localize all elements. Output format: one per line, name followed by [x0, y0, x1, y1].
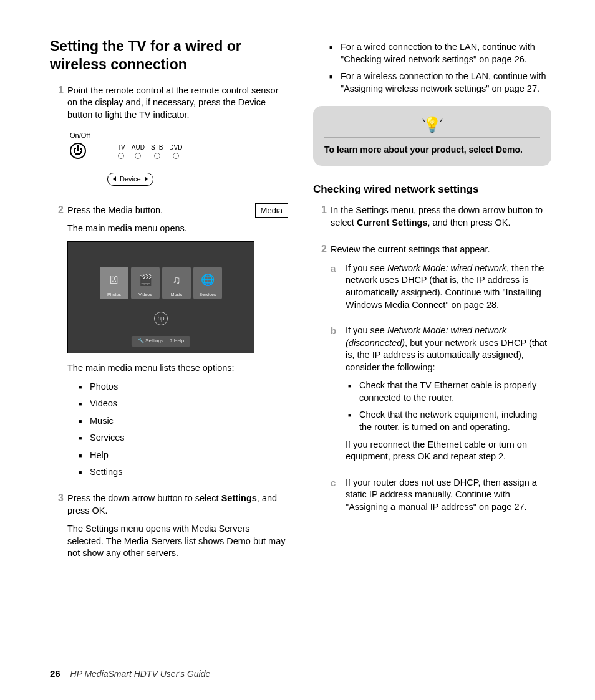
tile-label: Videos — [138, 292, 152, 297]
globe-icon: 🌐 — [201, 272, 215, 287]
c1-post: , and then press OK. — [428, 218, 511, 228]
media-option: Services — [79, 432, 288, 444]
media-options-list: Photos Videos Music Services Help Settin… — [79, 381, 288, 479]
tile-photos: 🖻Photos — [100, 267, 128, 299]
media-option: Settings — [79, 466, 288, 479]
chevron-right-icon — [145, 176, 148, 181]
right-column: For a wired connection to the LAN, conti… — [313, 37, 551, 642]
step3-bold: Settings — [221, 493, 257, 503]
step-3-a: Press the down arrow button to select Se… — [67, 492, 288, 517]
media-button-illustration: Media — [255, 203, 288, 218]
check-step-2: Review the current settings that appear. — [331, 244, 551, 256]
step-2-b: The main media menu opens. — [67, 223, 288, 235]
tile-label: Music — [171, 292, 182, 297]
src-aud: AUD — [132, 143, 145, 152]
chevron-left-icon — [113, 176, 116, 181]
alpha-a: a — [331, 262, 342, 317]
sub-bullet-1: Check that the TV Ethernet cable is prop… — [348, 380, 551, 404]
media-option: Music — [79, 415, 288, 428]
page-title: Setting the TV for a wired or wireless c… — [50, 37, 288, 74]
page-footer: 26 HP MediaSmart HDTV User's Guide — [50, 668, 210, 679]
src-stb: STB — [151, 143, 163, 152]
remote-onoff-label: On/Off — [70, 131, 288, 140]
src-dot — [118, 153, 124, 159]
tile-label: Photos — [107, 292, 121, 297]
tip-text: To learn more about your product, select… — [324, 144, 540, 156]
tile-music: ♫Music — [162, 267, 191, 299]
tv-help-label: ? Help — [170, 338, 184, 345]
src-dot — [154, 153, 160, 159]
alpha-b-text: If you see Network Mode: wired network (… — [346, 325, 551, 373]
section-heading: Checking wired network settings — [313, 183, 551, 196]
src-dvd: DVD — [169, 143, 182, 152]
alpha-c-text: If your router does not use DHCP, then a… — [346, 477, 551, 514]
power-icon: ⏻ — [70, 143, 86, 159]
sub-bullet-2: Check that the network equipment, includ… — [348, 409, 551, 433]
tip-box: 💡 To learn more about your product, sele… — [313, 106, 551, 166]
tile-videos: 🎬Videos — [131, 267, 160, 299]
step-1-text: Point the remote control at the remote c… — [67, 85, 288, 122]
a-ital: Network Mode: wired network — [387, 263, 506, 273]
photos-icon: 🖻 — [109, 272, 120, 287]
media-option: Help — [79, 449, 288, 462]
step-3-b: The Settings menu opens with Media Serve… — [67, 523, 288, 560]
step-2-text: Press the Media button. Media — [67, 204, 288, 217]
page-number: 26 — [50, 668, 60, 679]
hp-logo-icon: hp — [154, 312, 168, 325]
step-number-3: 3 — [50, 492, 64, 566]
lightbulb-icon: 💡 — [324, 116, 540, 133]
tv-settings-label: 🔧 Settings — [138, 338, 163, 345]
media-option: Photos — [79, 381, 288, 393]
alpha-a-text: If you see Network Mode: wired network, … — [346, 262, 551, 311]
step3-pre: Press the down arrow button to select — [67, 493, 221, 503]
alpha-b: b — [331, 325, 342, 469]
check-step-1-num: 1 — [313, 204, 327, 235]
left-column: Setting the TV for a wired or wireless c… — [50, 37, 288, 642]
music-icon: ♫ — [172, 272, 181, 287]
src-dot — [173, 153, 179, 159]
a-pre: If you see — [346, 263, 387, 273]
step-number-1: 1 — [50, 85, 64, 196]
media-menu-screenshot: 🖻Photos 🎬Videos ♫Music 🌐Services hp 🔧 Se… — [67, 241, 254, 353]
alpha-b-after: If you reconnect the Ethernet cable or t… — [346, 439, 551, 463]
right-bullet-1: For a wired connection to the LAN, conti… — [329, 41, 551, 65]
remote-illustration: On/Off ⏻ TV AUD STB DVD — [70, 131, 288, 186]
step-2-a: Press the Media button. — [67, 205, 163, 215]
check-step-2-num: 2 — [313, 244, 327, 527]
check-step-1: In the Settings menu, press the down arr… — [331, 204, 551, 229]
tile-label: Services — [200, 292, 216, 297]
step-number-2: 2 — [50, 204, 64, 484]
videos-icon: 🎬 — [138, 272, 152, 287]
divider — [324, 137, 540, 138]
src-tv: TV — [117, 143, 125, 152]
settings-text: Settings — [145, 338, 163, 343]
media-option: Videos — [79, 398, 288, 410]
right-bullet-2: For a wireless connection to the LAN, co… — [329, 70, 551, 95]
tile-services: 🌐Services — [193, 267, 222, 299]
c1-bold: Current Settings — [357, 218, 428, 228]
src-dot — [135, 153, 141, 159]
device-button-illustration: Device — [107, 173, 153, 186]
tv-bottom-bar: 🔧 Settings ? Help — [132, 336, 190, 347]
step-2-c: The main media menu lists these options: — [67, 362, 288, 375]
footer-title: HP MediaSmart HDTV User's Guide — [70, 669, 211, 679]
b-pre: If you see — [346, 325, 387, 335]
device-label: Device — [120, 175, 141, 184]
alpha-c: c — [331, 477, 342, 520]
